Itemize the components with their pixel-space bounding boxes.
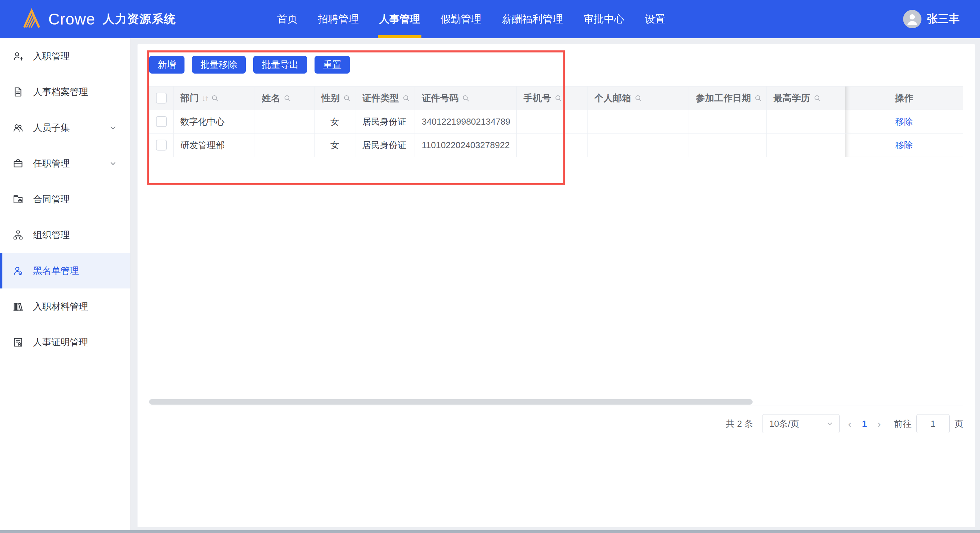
user-add-icon xyxy=(12,50,24,62)
sidebar-item-org-mgmt[interactable]: 组织管理 xyxy=(0,217,130,253)
chevron-down-icon[interactable] xyxy=(108,123,118,132)
sort-icon[interactable]: ↓↑ xyxy=(202,94,208,103)
search-icon[interactable] xyxy=(634,94,643,102)
column-header-actions: 操作 xyxy=(845,86,963,110)
sidebar-item-personnel-certificates[interactable]: 人事证明管理 xyxy=(0,324,130,360)
cell-email xyxy=(587,110,689,134)
cell-gender: 女 xyxy=(315,134,355,157)
blacklist-table: 部门 ↓↑ 姓名 性别 证件类型 xyxy=(149,86,963,157)
search-icon[interactable] xyxy=(813,94,822,102)
bottom-scrollbar[interactable] xyxy=(0,530,980,533)
column-label: 部门 xyxy=(180,92,199,104)
user-menu[interactable]: 张三丰 xyxy=(903,10,959,28)
table-row: 研发管理部 女 居民身份证 110102202403278922 移除 xyxy=(150,134,963,157)
column-header-phone[interactable]: 手机号 xyxy=(517,86,587,110)
chevron-down-icon[interactable] xyxy=(108,159,118,168)
page-size-value: 10条/页 xyxy=(769,418,826,430)
cell-education xyxy=(767,110,845,134)
sidebar-item-blacklist-mgmt[interactable]: 黑名单管理 xyxy=(0,253,130,289)
certificate-icon xyxy=(12,337,24,348)
sidebar-item-label: 人事档案管理 xyxy=(33,86,88,98)
goto-page-input[interactable] xyxy=(916,414,950,433)
remove-link[interactable]: 移除 xyxy=(895,139,913,151)
brand-name: Crowe xyxy=(48,10,95,28)
cell-department: 研发管理部 xyxy=(173,134,255,157)
reset-button[interactable]: 重置 xyxy=(315,56,350,73)
sidebar-item-label: 组织管理 xyxy=(33,229,70,241)
search-icon[interactable] xyxy=(211,94,219,102)
column-label: 最高学历 xyxy=(773,92,810,104)
batch-remove-button[interactable]: 批量移除 xyxy=(192,56,246,73)
table-row: 数字化中心 女 居民身份证 340122199802134789 移除 xyxy=(150,110,963,134)
sidebar-item-label: 合同管理 xyxy=(33,193,70,205)
system-title: 人力资源系统 xyxy=(103,11,176,27)
search-icon[interactable] xyxy=(283,94,292,102)
brand: Crowe 人力资源系统 xyxy=(21,6,176,32)
sidebar-item-contract-mgmt[interactable]: 合同管理 xyxy=(0,181,130,217)
nav-item-settings[interactable]: 设置 xyxy=(645,0,665,38)
column-header-id-number[interactable]: 证件号码 xyxy=(415,86,517,110)
nav-item-personnel[interactable]: 人事管理 xyxy=(379,0,420,38)
pagination: 共 2 条 10条/页 ‹ 1 › 前往 页 xyxy=(149,414,963,433)
nav-item-attendance[interactable]: 假勤管理 xyxy=(441,0,481,38)
cell-work-start-date xyxy=(689,134,767,157)
column-header-gender[interactable]: 性别 xyxy=(315,86,355,110)
sidebar-item-label: 黑名单管理 xyxy=(33,265,79,277)
search-icon[interactable] xyxy=(554,94,563,102)
contract-folder-icon xyxy=(12,193,24,205)
column-header-name[interactable]: 姓名 xyxy=(255,86,315,110)
sidebar-item-personnel-files[interactable]: 人事档案管理 xyxy=(0,74,130,110)
users-icon xyxy=(12,122,24,134)
page-number[interactable]: 1 xyxy=(860,418,869,429)
column-header-email[interactable]: 个人邮箱 xyxy=(587,86,689,110)
column-label: 证件类型 xyxy=(362,92,399,104)
sidebar: 入职管理 人事档案管理 人员子集 任职管理 xyxy=(0,38,131,533)
search-icon[interactable] xyxy=(343,94,351,102)
batch-export-button[interactable]: 批量导出 xyxy=(253,56,307,73)
column-label: 证件号码 xyxy=(422,92,458,104)
briefcase-icon xyxy=(12,158,24,169)
sidebar-item-person-subset[interactable]: 人员子集 xyxy=(0,110,130,145)
add-button[interactable]: 新增 xyxy=(149,56,185,73)
nav-item-approval[interactable]: 审批中心 xyxy=(584,0,624,38)
sidebar-item-onboarding-materials[interactable]: 入职材料管理 xyxy=(0,289,130,324)
search-icon[interactable] xyxy=(402,94,410,102)
search-icon[interactable] xyxy=(754,94,762,102)
sidebar-item-label: 入职材料管理 xyxy=(33,300,88,313)
page-size-select[interactable]: 10条/页 xyxy=(762,414,840,433)
column-header-education[interactable]: 最高学历 xyxy=(767,86,845,110)
next-page-icon[interactable]: › xyxy=(874,418,885,429)
horizontal-scrollbar[interactable] xyxy=(149,399,752,405)
search-icon[interactable] xyxy=(461,94,470,102)
nav-item-recruit[interactable]: 招聘管理 xyxy=(318,0,359,38)
sidebar-item-onboarding[interactable]: 入职管理 xyxy=(0,38,130,74)
nav-item-salary[interactable]: 薪酬福利管理 xyxy=(502,0,563,38)
remove-link[interactable]: 移除 xyxy=(895,116,913,128)
user-name: 张三丰 xyxy=(927,11,959,27)
prev-page-icon[interactable]: ‹ xyxy=(845,418,855,429)
sidebar-item-label: 任职管理 xyxy=(33,157,70,169)
cell-email xyxy=(587,134,689,157)
sidebar-item-position-mgmt[interactable]: 任职管理 xyxy=(0,145,130,181)
column-header-id-type[interactable]: 证件类型 xyxy=(355,86,415,110)
row-checkbox[interactable] xyxy=(156,140,167,150)
nav-item-home[interactable]: 首页 xyxy=(277,0,298,38)
goto-label: 前往 xyxy=(894,418,912,430)
crowe-logo-icon xyxy=(21,6,43,32)
cell-id-type: 居民身份证 xyxy=(355,110,415,134)
cell-gender: 女 xyxy=(315,110,355,134)
cell-id-type: 居民身份证 xyxy=(355,134,415,157)
column-header-work-start-date[interactable]: 参加工作日期 xyxy=(689,86,767,110)
row-checkbox[interactable] xyxy=(156,116,167,127)
sidebar-item-label: 人员子集 xyxy=(33,121,70,134)
column-label: 性别 xyxy=(321,92,340,104)
column-header-department[interactable]: 部门 ↓↑ xyxy=(173,86,255,110)
chevron-down-icon xyxy=(826,420,834,428)
top-navbar: Crowe 人力资源系统 首页 招聘管理 人事管理 假勤管理 薪酬福利管理 审批… xyxy=(0,0,980,38)
org-chart-icon xyxy=(12,229,24,241)
toolbar: 新增 批量移除 批量导出 重置 xyxy=(149,56,963,73)
select-all-checkbox[interactable] xyxy=(156,93,167,104)
cell-id-number: 340122199802134789 xyxy=(415,110,517,134)
cell-phone xyxy=(517,110,587,134)
column-label: 操作 xyxy=(895,92,913,104)
